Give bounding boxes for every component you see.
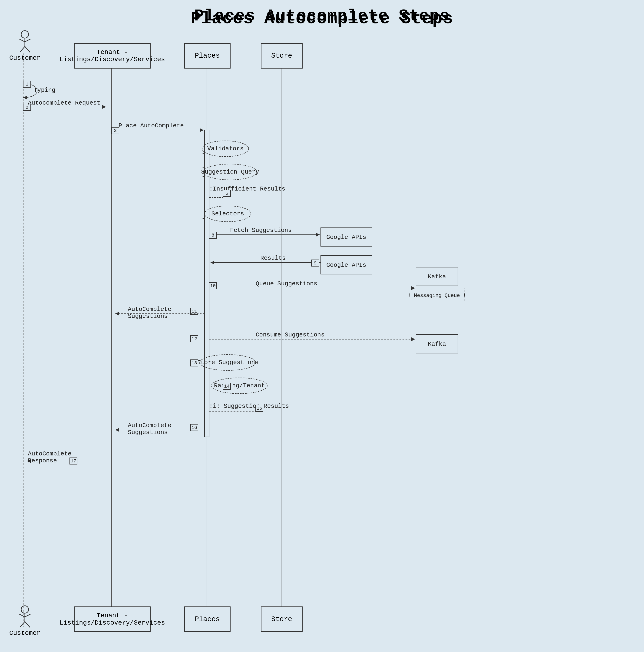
- svg-text:9: 9: [314, 261, 317, 266]
- svg-rect-91: [70, 458, 77, 464]
- svg-text:10: 10: [210, 283, 216, 289]
- svg-text:Typing: Typing: [34, 87, 56, 93]
- svg-rect-51: [416, 267, 458, 286]
- svg-text:AutoComplete: AutoComplete: [128, 306, 171, 313]
- svg-text:2: 2: [26, 105, 28, 110]
- svg-text:Kafka: Kafka: [428, 273, 446, 280]
- svg-rect-4: [205, 130, 209, 437]
- svg-marker-10: [102, 105, 106, 109]
- svg-text:Suggestions: Suggestions: [128, 429, 168, 436]
- svg-text:AutoComplete: AutoComplete: [28, 450, 71, 457]
- svg-text:14: 14: [224, 384, 230, 389]
- svg-text:Suggestion Query: Suggestion Query: [201, 168, 259, 175]
- svg-line-108: [25, 614, 30, 617]
- svg-rect-37: [321, 228, 372, 246]
- svg-text:AutoComplete: AutoComplete: [128, 422, 171, 429]
- svg-rect-6: [23, 81, 31, 87]
- svg-text:16: 16: [191, 425, 197, 430]
- svg-text:Selectors: Selectors: [212, 210, 244, 217]
- svg-rect-60: [191, 308, 198, 315]
- actor-label-bottom: Customer: [9, 629, 41, 637]
- svg-text::Insufficient Results: :Insufficient Results: [209, 185, 286, 192]
- svg-line-101: [19, 39, 25, 42]
- svg-text:17: 17: [71, 458, 76, 464]
- svg-rect-85: [191, 424, 198, 431]
- svg-text:12: 12: [191, 336, 197, 342]
- svg-text:! Messaging Queue !: ! Messaging Queue !: [408, 293, 466, 299]
- svg-marker-15: [200, 128, 204, 132]
- svg-text:6: 6: [225, 191, 228, 196]
- actor-customer-bottom: Customer: [9, 605, 41, 637]
- svg-text:Validators: Validators: [207, 145, 244, 152]
- svg-marker-63: [115, 312, 119, 316]
- svg-rect-11: [23, 104, 31, 111]
- svg-marker-58: [411, 286, 415, 290]
- svg-point-33: [205, 206, 251, 222]
- svg-text:Suggestions: Suggestions: [128, 313, 168, 320]
- svg-rect-41: [209, 232, 217, 238]
- lifeline-store-bottom: Store: [261, 606, 303, 632]
- page-title: Places Autocomplete Steps: [0, 7, 644, 25]
- svg-point-23: [203, 164, 257, 180]
- svg-text::i: Suggestion Results: :i: Suggestion Results: [209, 403, 289, 410]
- svg-rect-44: [321, 255, 372, 274]
- svg-text:3: 3: [114, 128, 117, 133]
- svg-text:15: 15: [257, 406, 262, 411]
- svg-text:Google APIs: Google APIs: [326, 262, 366, 269]
- svg-line-110: [25, 622, 30, 627]
- svg-point-99: [21, 31, 29, 38]
- svg-marker-47: [211, 261, 214, 265]
- svg-rect-82: [256, 405, 263, 411]
- svg-text:Google APIs: Google APIs: [326, 234, 366, 241]
- svg-text:Kafka: Kafka: [428, 341, 446, 348]
- svg-rect-66: [416, 334, 458, 353]
- svg-marker-5: [23, 96, 27, 100]
- svg-text:Consume Suggestions: Consume Suggestions: [256, 331, 324, 338]
- svg-rect-79: [223, 383, 231, 389]
- diagram: Places Autocomplete Steps 1 Typing 2 Aut…: [0, 0, 644, 652]
- svg-rect-30: [223, 190, 231, 196]
- svg-text:Place AutoComplete: Place AutoComplete: [118, 122, 184, 129]
- svg-text:Ranking/Tenant: Ranking/Tenant: [214, 382, 265, 389]
- actor-label-top: Customer: [9, 54, 41, 61]
- svg-text:1: 1: [26, 82, 28, 87]
- svg-text:Autocomplete Request: Autocomplete Request: [28, 100, 100, 106]
- svg-text:Results: Results: [260, 255, 286, 262]
- svg-rect-53: [409, 288, 465, 302]
- svg-marker-40: [316, 233, 320, 237]
- svg-line-107: [19, 614, 25, 617]
- svg-point-105: [21, 606, 29, 613]
- svg-point-73: [200, 355, 256, 371]
- svg-text:Store Suggestions: Store Suggestions: [197, 359, 259, 366]
- svg-rect-55: [209, 282, 217, 289]
- lifeline-places-bottom: Places: [184, 606, 231, 632]
- lifeline-store-top: Store: [261, 43, 303, 69]
- svg-text:Fetch Suggestions: Fetch Suggestions: [230, 227, 292, 234]
- svg-rect-68: [191, 335, 198, 342]
- svg-line-102: [25, 39, 30, 42]
- svg-point-19: [202, 141, 249, 157]
- lifeline-tenant-bottom: Tenant - Listings/Discovery/Services: [74, 606, 151, 632]
- svg-line-104: [25, 47, 30, 52]
- svg-text:Queue Suggestions: Queue Suggestions: [256, 280, 317, 287]
- svg-text:11: 11: [191, 309, 197, 314]
- svg-text:Response: Response: [28, 457, 57, 464]
- lifeline-tenant-top: Tenant - Listings/Discovery/Services: [74, 43, 151, 69]
- svg-marker-94: [27, 459, 31, 463]
- lifeline-places-top: Places: [184, 43, 231, 69]
- svg-text:8: 8: [212, 233, 214, 238]
- svg-rect-48: [312, 260, 319, 266]
- svg-text:13: 13: [191, 360, 197, 366]
- svg-marker-88: [115, 428, 119, 432]
- svg-marker-71: [411, 337, 415, 341]
- svg-line-103: [20, 47, 25, 52]
- diagram-svg: 1 Typing 2 Autocomplete Request 3 Place …: [0, 0, 644, 652]
- actor-customer-top: Customer: [9, 30, 41, 61]
- svg-rect-16: [112, 127, 119, 134]
- svg-line-109: [20, 622, 25, 627]
- svg-point-77: [212, 378, 267, 393]
- svg-rect-75: [191, 360, 198, 366]
